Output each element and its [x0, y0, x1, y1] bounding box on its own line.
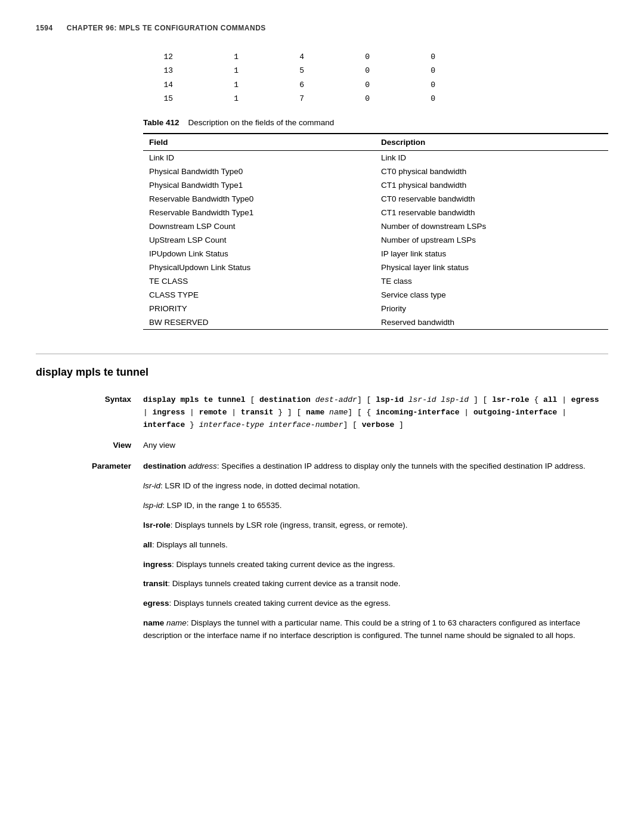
- section-divider: [36, 354, 608, 354]
- table-cell-description: Physical layer link status: [375, 261, 608, 274]
- code-cell: 12: [143, 50, 173, 64]
- table-row: Link IDLink ID: [143, 150, 608, 165]
- code-row: 141600: [143, 78, 608, 92]
- table-cell-field: Downstream LSP Count: [143, 219, 375, 233]
- table-row: Physical Bandwidth Type0CT0 physical ban…: [143, 165, 608, 178]
- table-caption-text: Description on the fields of the command: [188, 118, 335, 127]
- code-cell: 13: [143, 64, 173, 78]
- command-section: display mpls te tunnel Syntax display mp…: [36, 366, 608, 650]
- view-row: View Any view: [36, 439, 608, 452]
- code-row: 121400: [143, 50, 608, 64]
- code-cell: 14: [143, 78, 173, 92]
- param-keyword: lsr-role: [143, 521, 171, 529]
- code-cell: 6: [274, 78, 304, 92]
- table-cell-field: CLASS TYPE: [143, 288, 375, 302]
- param-keyword: all: [143, 540, 152, 549]
- table-label: Table 412: [143, 118, 179, 127]
- code-cell: 1: [209, 92, 239, 106]
- param-desc: lsp-id: LSP ID, in the range 1 to 65535.: [143, 500, 608, 512]
- syntax-label: Syntax: [36, 394, 143, 431]
- table-row: BW RESERVEDReserved bandwidth: [143, 315, 608, 330]
- syntax-text: display mpls te tunnel [ destination des…: [143, 395, 599, 429]
- code-cell: 0: [340, 92, 370, 106]
- code-cell: 0: [340, 50, 370, 64]
- table-cell-field: Physical Bandwidth Type1: [143, 178, 375, 192]
- command-title: display mpls te tunnel: [36, 366, 608, 379]
- col-description: Description: [375, 134, 608, 151]
- code-row: 131500: [143, 64, 608, 78]
- table-caption: Table 412 Description on the fields of t…: [143, 118, 608, 127]
- table-cell-field: Reservable Bandwidth Type1: [143, 206, 375, 219]
- table-row: PhysicalUpdown Link StatusPhysical layer…: [143, 261, 608, 274]
- param-keyword: transit: [143, 579, 168, 588]
- code-row: 151700: [143, 92, 608, 106]
- param-italic: lsr-id: [143, 481, 160, 490]
- code-cell: 5: [274, 64, 304, 78]
- table-row: Physical Bandwidth Type1CT1 physical ban…: [143, 178, 608, 192]
- param-desc: egress: Displays tunnels created taking …: [143, 597, 608, 610]
- param-italic: address: [188, 462, 217, 470]
- param-desc: transit: Displays tunnels created taking…: [143, 578, 608, 590]
- table-row: UpStream LSP CountNumber of upstream LSP…: [143, 233, 608, 247]
- table-cell-field: PRIORITY: [143, 302, 375, 315]
- code-cell: 1: [209, 78, 239, 92]
- code-cell: 1: [209, 50, 239, 64]
- syntax-row: Syntax display mpls te tunnel [ destinat…: [36, 394, 608, 431]
- table-cell-field: IPUpdown Link Status: [143, 247, 375, 261]
- table-row: TE CLASSTE class: [143, 274, 608, 288]
- param-keyword: ingress: [143, 560, 172, 569]
- param-desc: destination address: Specifies a destina…: [143, 460, 608, 473]
- view-content: Any view: [143, 439, 608, 452]
- code-table: 121400131500141600151700: [143, 50, 608, 106]
- table-cell-description: CT1 physical bandwidth: [375, 178, 608, 192]
- param-desc: lsr-id: LSR ID of the ingress node, in d…: [143, 480, 608, 493]
- param-keyword: name: [143, 618, 164, 627]
- table-cell-description: CT0 reservable bandwidth: [375, 192, 608, 206]
- chapter-title: Chapter 96: MPLS TE Configuration Comman…: [67, 24, 266, 32]
- parameter-label: Parameter: [36, 460, 143, 649]
- parameter-content: destination address: Specifies a destina…: [143, 460, 608, 649]
- table-cell-description: CT0 physical bandwidth: [375, 165, 608, 178]
- code-cell: 0: [405, 92, 435, 106]
- table-cell-description: Service class type: [375, 288, 608, 302]
- description-table: Field Description Link IDLink IDPhysical…: [143, 133, 608, 330]
- param-italic: lsp-id: [143, 501, 162, 510]
- table-cell-description: Link ID: [375, 150, 608, 165]
- code-cell: 0: [405, 78, 435, 92]
- code-cell: 0: [405, 50, 435, 64]
- table-cell-description: TE class: [375, 274, 608, 288]
- table-cell-field: Link ID: [143, 150, 375, 165]
- table-row: Downstream LSP CountNumber of downstream…: [143, 219, 608, 233]
- table-header-row: Field Description: [143, 134, 608, 151]
- table-row: PRIORITYPriority: [143, 302, 608, 315]
- param-keyword: egress: [143, 599, 169, 608]
- param-desc: name name: Displays the tunnel with a pa…: [143, 617, 608, 642]
- code-cell: 4: [274, 50, 304, 64]
- col-field: Field: [143, 134, 375, 151]
- param-desc: lsr-role: Displays tunnels by LSR role (…: [143, 519, 608, 532]
- parameter-row: Parameter destination address: Specifies…: [36, 460, 608, 649]
- table-row: Reservable Bandwidth Type1CT1 reservable…: [143, 206, 608, 219]
- code-cell: 15: [143, 92, 173, 106]
- table-cell-description: Priority: [375, 302, 608, 315]
- param-desc: ingress: Displays tunnels created taking…: [143, 559, 608, 571]
- table-cell-field: TE CLASS: [143, 274, 375, 288]
- code-cell: 0: [340, 78, 370, 92]
- table-cell-description: Number of downstream LSPs: [375, 219, 608, 233]
- table-row: CLASS TYPEService class type: [143, 288, 608, 302]
- view-label: View: [36, 439, 143, 452]
- code-cell: 1: [209, 64, 239, 78]
- param-desc: all: Displays all tunnels.: [143, 539, 608, 552]
- code-cell: 7: [274, 92, 304, 106]
- table-row: IPUpdown Link StatusIP layer link status: [143, 247, 608, 261]
- code-cell: 0: [340, 64, 370, 78]
- page-number: 1594: [36, 24, 53, 32]
- table-cell-field: UpStream LSP Count: [143, 233, 375, 247]
- table-row: Reservable Bandwidth Type0CT0 reservable…: [143, 192, 608, 206]
- param-keyword: destination: [143, 462, 186, 470]
- table-cell-field: Physical Bandwidth Type0: [143, 165, 375, 178]
- table-cell-field: Reservable Bandwidth Type0: [143, 192, 375, 206]
- table-cell-description: IP layer link status: [375, 247, 608, 261]
- code-cell: 0: [405, 64, 435, 78]
- table-cell-description: Number of upstream LSPs: [375, 233, 608, 247]
